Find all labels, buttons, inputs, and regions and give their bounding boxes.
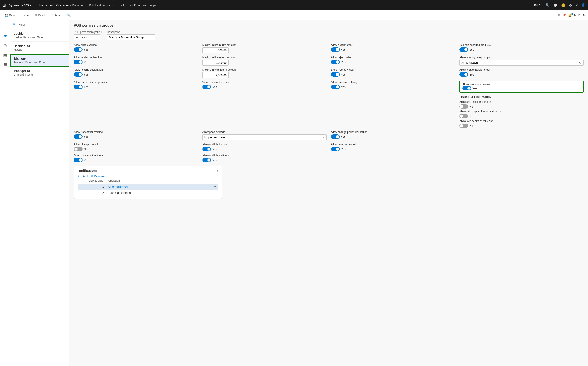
perm-floating-decl: Allow floating declaration Yes <box>74 68 198 78</box>
price-override-select[interactable]: Higher and lower Allow always Not allowe… <box>202 134 327 140</box>
toggle-voiding[interactable] <box>74 134 83 139</box>
help-icon[interactable]: ? <box>576 3 578 7</box>
perm-tender-decl: Allow tender declaration Yes <box>74 56 198 66</box>
notif-add-btn[interactable]: + + Add <box>78 175 88 178</box>
list-item-cashier-ru[interactable]: Cashier RU Кассир <box>10 42 69 54</box>
toggle-shift-logon[interactable] <box>202 158 211 162</box>
list-item-manager-ru[interactable]: Manager RU Старший кассир <box>10 67 69 79</box>
brand: Dynamics 365 ▾ <box>8 3 31 7</box>
list-panel-header: ⊟ <box>10 20 69 29</box>
perm-trans-suspension: Allow transaction suspension Yes <box>74 81 198 128</box>
toggle-task-mgmt[interactable] <box>463 86 471 90</box>
notifications-collapse-btn[interactable]: ∧ <box>216 169 218 172</box>
brand-name[interactable]: Dynamics 365 <box>8 3 29 7</box>
perm-change-no-void: Allow change, no void No <box>74 143 198 151</box>
bell-icon[interactable]: 🔔0 <box>568 14 572 17</box>
form-group-id: POS permission group ID <box>74 30 103 40</box>
max-line-return-input[interactable] <box>202 47 229 53</box>
notif-row-1[interactable]: 1 Order fulfillment ∨ <box>78 184 218 190</box>
perm-password-change: Allow password change Yes <box>331 81 455 128</box>
toggle-transfer[interactable] <box>459 72 468 76</box>
max-total-input[interactable] <box>202 72 229 78</box>
notif-remove-btn[interactable]: 🗑 Remove <box>90 175 104 178</box>
notif-col-order: Display order <box>84 178 106 184</box>
filter-icon[interactable]: ⊟ <box>13 23 15 27</box>
toggle-peripheral[interactable] <box>331 134 340 139</box>
toggle-no-void[interactable] <box>74 147 83 151</box>
user-avatar[interactable]: 👤 <box>581 3 585 8</box>
breadcrumb-sep2: › <box>132 4 133 7</box>
pin-icon[interactable]: 📌 <box>563 14 566 17</box>
toolbar: 💾 Save + New 🗑 Delete Options 🔍 ⧉ 📌 🔔0 ↻… <box>0 10 588 20</box>
nav-divider <box>34 0 34 10</box>
chat-icon[interactable]: 💬 <box>553 3 558 8</box>
nav-star[interactable]: ★ <box>1 31 10 40</box>
breadcrumb-permission-groups[interactable]: Permission groups <box>134 4 156 7</box>
waffle-icon[interactable]: ⊞ <box>3 3 6 8</box>
toggle-skip-health[interactable] <box>459 123 468 128</box>
gear-icon[interactable]: ⚙ <box>569 3 572 8</box>
toggle-price[interactable] <box>74 47 83 52</box>
list-panel: ⊟ Cashier Cashier Permission Group Cashi… <box>10 20 70 366</box>
options-button[interactable]: Options <box>49 13 63 18</box>
toggle-password[interactable] <box>331 85 340 89</box>
notifications-table: ✓ Display order Operation 1 Order fulfil… <box>78 178 218 196</box>
expand-icon[interactable]: ⇱ <box>578 14 581 17</box>
brand-chevron[interactable]: ▾ <box>30 3 31 7</box>
filter-input[interactable] <box>17 22 67 27</box>
perm-non-assorted: Sell non-assorted products Yes <box>459 43 584 53</box>
breadcrumb-sep1: › <box>116 4 116 7</box>
nav-grid[interactable]: ▦ <box>1 51 10 59</box>
remove-icon: 🗑 <box>90 175 93 178</box>
toggle-accept-order[interactable] <box>331 47 340 52</box>
toggle-time-clock[interactable] <box>202 85 211 89</box>
description-label: Description <box>107 30 155 34</box>
nav-home[interactable]: ⌂ <box>1 22 10 30</box>
notif-dropdown-icon[interactable]: ∨ <box>214 185 216 188</box>
apps-icon[interactable]: ⧉ <box>558 14 560 17</box>
new-button[interactable]: + New <box>19 13 31 18</box>
breadcrumb-retail[interactable]: Retail and Commerce <box>89 4 114 7</box>
toggle-reset-password[interactable] <box>331 147 340 151</box>
perm-multiple-logons: Allow multiple logons Yes <box>202 143 327 151</box>
toggle-skip-registration[interactable] <box>459 114 468 118</box>
toggle-multiple-logons[interactable] <box>202 147 211 151</box>
perm-open-drawer: Open drawer without sale Yes <box>74 154 198 162</box>
group-id-input[interactable] <box>74 34 100 40</box>
toggle-non-assorted[interactable] <box>459 47 468 52</box>
perm-reject-order: Allow reject order Yes <box>331 56 455 66</box>
max-line-input2[interactable] <box>202 60 229 66</box>
notif-op-2: Task management <box>106 190 218 196</box>
main-layout: ⌂ ★ ◷ ▦ ☰ ⊟ Cashier Cashier Permission G… <box>0 20 588 366</box>
notif-col-operation: Operation <box>106 178 218 184</box>
nav-clock[interactable]: ◷ <box>1 41 10 50</box>
toggle-open-drawer[interactable] <box>74 158 83 162</box>
nav-list[interactable]: ☰ <box>1 60 10 69</box>
refresh-icon[interactable]: ↻ <box>574 14 576 17</box>
description-input[interactable] <box>107 34 155 40</box>
toggle-suspension[interactable] <box>74 85 83 89</box>
notif-op-link-1[interactable]: Order fulfillment <box>108 185 128 188</box>
notif-row-2[interactable]: 2 Task management <box>78 190 218 196</box>
perm-task-mgmt: Allow task management Yes FISCAL REGISTR… <box>459 81 584 128</box>
toggle-tender[interactable] <box>74 60 83 64</box>
toolbar-extras: 🔍 <box>65 14 70 17</box>
notif-op-1: Order fulfillment ∨ <box>106 184 218 190</box>
perm-max-line-return2: Maximum line return amount <box>202 56 327 66</box>
face-icon[interactable]: 🙂 <box>561 3 565 8</box>
delete-button[interactable]: 🗑 Delete <box>32 13 48 18</box>
toggle-store-inventory[interactable] <box>331 72 340 76</box>
close-icon[interactable]: ✕ <box>583 14 585 17</box>
list-item-cashier[interactable]: Cashier Cashier Permission Group <box>10 29 69 42</box>
toggle-floating[interactable] <box>74 72 83 76</box>
toggle-reject-order[interactable] <box>331 60 340 64</box>
toolbar-search-icon[interactable]: 🔍 <box>67 14 70 17</box>
breadcrumb-employees[interactable]: Employees <box>118 4 131 7</box>
save-button[interactable]: 💾 Save <box>3 13 18 18</box>
search-icon[interactable]: 🔍 <box>545 3 550 8</box>
perm-accept-order: Allow accept order Yes <box>331 43 455 53</box>
list-item-manager[interactable]: Manager Manager Permission Group <box>10 54 69 67</box>
perm-store-inventory: Store inventory user Yes <box>331 68 455 78</box>
print-receipt-select[interactable]: Allow always Not allowed <box>459 60 584 66</box>
toggle-skip-fiscal[interactable] <box>459 104 468 109</box>
